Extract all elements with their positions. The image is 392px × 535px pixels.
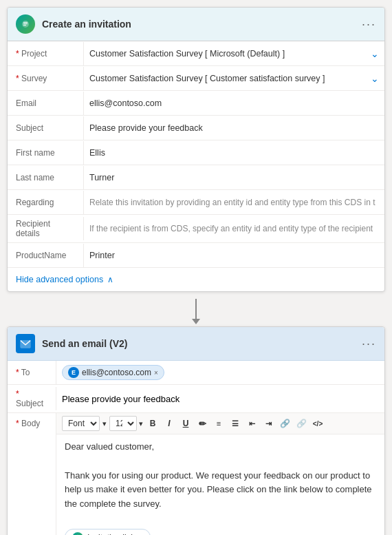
productname-label: ProductName (8, 246, 83, 264)
card2-header: Send an email (V2) ··· (8, 327, 384, 361)
email-field[interactable]: ellis@contoso.com (83, 92, 384, 115)
to-tag: E ellis@contoso.com × (62, 365, 164, 380)
card2-menu-button[interactable]: ··· (362, 337, 376, 351)
firstname-value: Ellis (89, 148, 379, 158)
body-line1: Dear valued customer, (65, 440, 376, 454)
firstname-row: First name Ellis (8, 140, 384, 165)
survey-dropdown-arrow: ⌄ (371, 73, 379, 84)
invitation-tag-close-icon[interactable]: × (139, 532, 143, 535)
card1-body: Project Customer Satisfaction Survey [ M… (8, 41, 384, 291)
subject2-label: Subject (8, 385, 56, 412)
survey-icon (16, 14, 35, 34)
email-row: Email ellis@contoso.com (8, 91, 384, 116)
lastname-field[interactable]: Turner (83, 166, 384, 189)
to-row: To E ellis@contoso.com × (8, 361, 384, 385)
body-container: Font ▾ 12 ▾ B I U ✏ ≡ ☰ ⇤ ⇥ 🔗 🔗 (56, 413, 384, 535)
flow-connector (195, 292, 197, 326)
body-content[interactable]: Dear valued customer, Thank you for usin… (56, 434, 384, 535)
email-value: ellis@contoso.com (89, 98, 379, 108)
send-email-card: Send an email (V2) ··· To E ellis@contos… (7, 326, 385, 535)
card2-body: To E ellis@contoso.com × Subject Please … (8, 361, 384, 535)
italic-button[interactable]: I (162, 416, 177, 431)
email-icon (16, 334, 35, 353)
survey-label: Survey (8, 70, 83, 87)
productname-value: Printer (89, 251, 379, 260)
regarding-value: Relate this invitation by providing an e… (89, 198, 379, 207)
email-label: Email (8, 94, 83, 112)
subject-field[interactable]: Please provide your feedback (83, 116, 384, 140)
card1-title: Create an invitation (42, 19, 355, 30)
survey-row: Survey Customer Satisfaction Survey [ Cu… (8, 66, 384, 91)
unlink-button[interactable]: 🔗 (294, 416, 309, 431)
subject2-field[interactable]: Please provide your feedback (56, 387, 384, 410)
firstname-field[interactable]: Ellis (83, 141, 384, 165)
card1-header: Create an invitation ··· (8, 8, 384, 41)
font-size-select[interactable]: 12 (109, 416, 137, 431)
lastname-label: Last name (8, 169, 83, 187)
recipient-details-value: If the recipient is from CDS, specify an… (89, 224, 379, 233)
project-row: Project Customer Satisfaction Survey [ M… (8, 41, 384, 66)
project-dropdown-arrow: ⌄ (371, 48, 379, 59)
productname-field[interactable]: Printer (83, 244, 384, 267)
ordered-list-button[interactable]: ≡ (211, 416, 226, 431)
to-field[interactable]: E ellis@contoso.com × (56, 361, 384, 384)
indent-left-button[interactable]: ⇤ (244, 416, 259, 431)
create-invitation-card: Create an invitation ··· Project Custome… (7, 7, 385, 292)
recipient-details-row: Recipient details If the recipient is fr… (8, 215, 384, 243)
invitation-tag: Invitation link × (65, 529, 151, 535)
subject2-row: Subject Please provide your feedback (8, 385, 384, 413)
arrow-line (195, 299, 197, 319)
body-line2: Thank you for using our product. We requ… (65, 469, 376, 512)
hide-advanced-options-button[interactable]: Hide advanced options ∧ (8, 268, 384, 291)
project-label: Project (8, 45, 83, 63)
subject-row: Subject Please provide your feedback (8, 116, 384, 140)
subject-value: Please provide your feedback (89, 123, 379, 133)
bold-button[interactable]: B (145, 416, 160, 431)
card1-menu-button[interactable]: ··· (362, 17, 376, 32)
invitation-tag-icon (72, 532, 83, 535)
font-select[interactable]: Font (62, 416, 100, 431)
fontsize-dropdown-arrow-icon: ▾ (139, 419, 143, 428)
invitation-tag-label: Invitation link (87, 532, 135, 535)
subject-label: Subject (8, 119, 83, 137)
lastname-row: Last name Turner (8, 165, 384, 190)
lastname-value: Turner (89, 173, 379, 182)
unordered-list-button[interactable]: ☰ (228, 416, 243, 431)
subject2-value: Please provide your feedback (62, 394, 179, 404)
to-tag-avatar: E (68, 367, 79, 378)
indent-right-button[interactable]: ⇥ (261, 416, 276, 431)
body-label: Body (8, 413, 56, 432)
regarding-field[interactable]: Relate this invitation by providing an e… (83, 191, 384, 214)
firstname-label: First name (8, 144, 83, 162)
body-row: Body Font ▾ 12 ▾ B I U ✏ ≡ (8, 413, 384, 535)
to-tag-text: ellis@contoso.com (82, 368, 151, 377)
survey-field[interactable]: Customer Satisfaction Survey [ Customer … (83, 67, 384, 90)
recipient-details-field[interactable]: If the recipient is from CDS, specify an… (83, 217, 384, 240)
body-toolbar: Font ▾ 12 ▾ B I U ✏ ≡ ☰ ⇤ ⇥ 🔗 🔗 (56, 413, 384, 434)
color-button[interactable]: ✏ (195, 416, 210, 431)
underline-button[interactable]: U (178, 416, 193, 431)
regarding-row: Regarding Relate this invitation by prov… (8, 190, 384, 215)
productname-row: ProductName Printer (8, 243, 384, 268)
regarding-label: Regarding (8, 193, 83, 211)
card2-title: Send an email (V2) (42, 338, 355, 349)
survey-value: Customer Satisfaction Survey [ Customer … (89, 74, 368, 83)
dropdown-arrow-icon: ▾ (102, 419, 107, 428)
code-button[interactable]: </> (310, 416, 325, 431)
chevron-up-icon: ∧ (107, 275, 113, 284)
link-button[interactable]: 🔗 (277, 416, 292, 431)
project-field[interactable]: Customer Satisfaction Survey [ Microsoft… (83, 42, 384, 65)
project-value: Customer Satisfaction Survey [ Microsoft… (89, 49, 368, 59)
to-label: To (8, 364, 56, 381)
to-tag-close-icon[interactable]: × (154, 369, 158, 377)
recipient-details-label: Recipient details (8, 215, 83, 242)
hide-advanced-label: Hide advanced options (16, 275, 103, 284)
